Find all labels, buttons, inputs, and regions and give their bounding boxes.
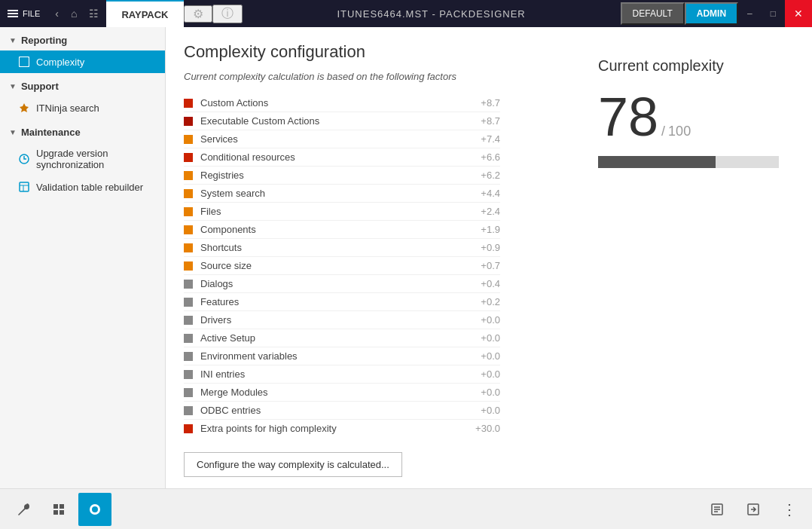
sidebar-section-reporting[interactable]: ▼ Reporting	[0, 27, 165, 50]
sidebar: ▼ Reporting Complexity ▼ Support ITNinja…	[0, 27, 166, 488]
table-row: Conditional resources+6.6	[184, 148, 500, 167]
bottom-left-tools	[6, 493, 111, 526]
table-row: Active Setup+0.0	[184, 329, 500, 347]
table-row: Source size+0.7	[184, 257, 500, 275]
svg-rect-1	[20, 57, 29, 66]
row-value: +7.4	[466, 133, 500, 145]
back-button[interactable]: ‹	[50, 5, 63, 23]
row-label: ODBC entries	[200, 405, 466, 416]
sidebar-item-validation-table[interactable]: Validation table rebuilder	[0, 176, 165, 198]
row-indicator	[184, 316, 193, 325]
progress-bar-background	[598, 156, 779, 168]
row-label: Drivers	[200, 314, 466, 326]
table-row: Drivers+0.0	[184, 311, 500, 329]
more-options-button[interactable]: ⋮	[773, 493, 806, 526]
row-label: Features	[200, 296, 466, 307]
row-indicator	[184, 135, 193, 144]
score-divider: /	[661, 124, 665, 139]
row-label: Active Setup	[200, 332, 466, 344]
sidebar-item-itninja[interactable]: ITNinja search	[0, 96, 165, 119]
row-value: +0.9	[466, 242, 500, 253]
row-label: Dialogs	[200, 278, 466, 289]
table-row: System search+4.4	[184, 185, 500, 203]
close-button[interactable]: ✕	[785, 0, 812, 27]
table-row: Environment variables+0.0	[184, 347, 500, 365]
sidebar-item-upgrade-sync-label: Upgrade version synchronization	[36, 148, 156, 170]
default-profile-button[interactable]: DEFAULT	[621, 2, 685, 25]
row-indicator	[184, 388, 193, 397]
row-label: Services	[200, 133, 466, 145]
bookmarks-button[interactable]: ☷	[84, 5, 103, 23]
row-indicator	[184, 352, 193, 361]
table-row: Custom Actions+8.7	[184, 94, 500, 112]
score-number: 78	[598, 90, 658, 144]
sidebar-item-upgrade-sync[interactable]: Upgrade version synchronization	[0, 142, 165, 176]
content-area: Complexity configuration Current complex…	[166, 27, 812, 488]
row-label: INI entries	[200, 368, 466, 380]
complexity-icon	[18, 56, 30, 68]
nav-buttons: ‹ ⌂ ☷	[47, 5, 106, 23]
row-indicator	[184, 171, 193, 180]
file-menu[interactable]: FILE	[0, 9, 47, 18]
row-value: +8.7	[466, 115, 500, 127]
row-value: +30.0	[466, 423, 500, 434]
row-value: +0.0	[466, 387, 500, 398]
svg-rect-7	[60, 504, 64, 509]
window-title: ITUNES6464.MST - PACKDESIGNER	[243, 8, 621, 20]
info-button[interactable]: ⓘ	[212, 5, 243, 23]
tool-button-report[interactable]	[701, 493, 734, 526]
window-controls: – □ ✕	[738, 0, 812, 27]
row-indicator	[184, 243, 193, 252]
tool-button-active[interactable]	[78, 493, 111, 526]
sidebar-item-validation-table-label: Validation table rebuilder	[36, 182, 143, 193]
page-title: Complexity configuration	[184, 42, 553, 62]
settings-button[interactable]: ⚙	[184, 5, 212, 23]
row-label: Custom Actions	[200, 97, 466, 109]
row-indicator	[184, 370, 193, 379]
sidebar-section-maintenance[interactable]: ▼ Maintenance	[0, 119, 165, 142]
configure-button[interactable]: Configure the way complexity is calculat…	[184, 452, 402, 477]
admin-profile-button[interactable]: ADMIN	[685, 2, 738, 25]
row-label: Files	[200, 206, 466, 217]
tool-button-wrench[interactable]	[6, 493, 39, 526]
row-value: +0.0	[466, 405, 500, 416]
sidebar-section-support[interactable]: ▼ Support	[0, 73, 165, 96]
report-icon	[710, 502, 725, 517]
chevron-down-icon: ▼	[9, 36, 17, 44]
row-indicator	[184, 153, 193, 162]
svg-rect-8	[53, 510, 58, 515]
sidebar-item-complexity[interactable]: Complexity	[0, 50, 165, 73]
svg-rect-9	[60, 510, 64, 515]
table-row: Dialogs+0.4	[184, 275, 500, 293]
score-max: 100	[668, 124, 691, 139]
row-value: +0.0	[466, 332, 500, 344]
chevron-down-icon-support: ▼	[9, 82, 17, 90]
home-button[interactable]: ⌂	[66, 5, 81, 23]
row-value: +0.0	[466, 350, 500, 362]
export-icon	[746, 502, 761, 517]
bottom-toolbar: ⋮	[0, 488, 812, 529]
table-row: Services+7.4	[184, 130, 500, 148]
row-label: Source size	[200, 260, 466, 271]
hamburger-icon	[8, 10, 18, 17]
row-label: Shortcuts	[200, 242, 466, 253]
maximize-button[interactable]: □	[762, 0, 785, 27]
table-row: Components+1.9	[184, 221, 500, 239]
row-value: +0.0	[466, 314, 500, 326]
sidebar-item-complexity-label: Complexity	[36, 57, 84, 68]
grid-icon	[51, 502, 66, 517]
title-bar-right: DEFAULT ADMIN – □ ✕	[621, 0, 812, 27]
table-row: Registries+6.2	[184, 167, 500, 185]
table-row: ODBC entries+0.0	[184, 402, 500, 420]
row-value: +0.7	[466, 260, 500, 271]
tool-button-export[interactable]	[737, 493, 770, 526]
itninja-icon	[18, 102, 30, 114]
table-row: INI entries+0.0	[184, 365, 500, 384]
minimize-button[interactable]: –	[738, 0, 762, 27]
raypack-tab[interactable]: RAYPACK	[106, 0, 183, 27]
row-label: Merge Modules	[200, 387, 466, 398]
row-value: +4.4	[466, 188, 500, 199]
row-value: +0.0	[466, 368, 500, 380]
tool-button-grid[interactable]	[42, 493, 75, 526]
row-label: System search	[200, 188, 466, 199]
